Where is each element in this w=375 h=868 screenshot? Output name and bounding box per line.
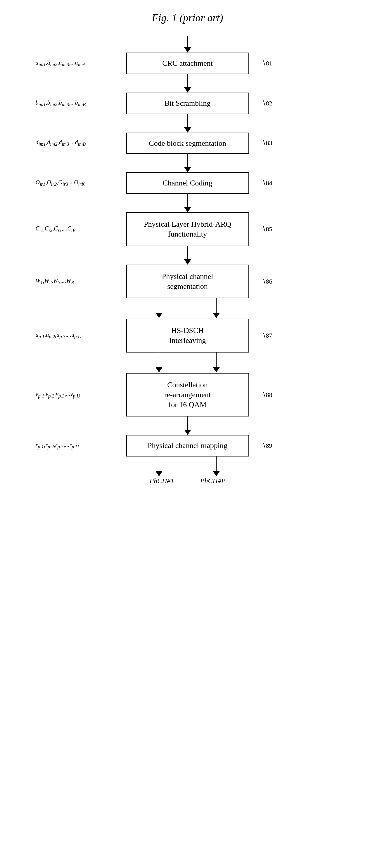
block-channel-coding: Channel Coding [126, 172, 249, 194]
ref-81: ∖81 [262, 60, 272, 67]
ref-87: ∖87 [262, 332, 272, 339]
block-87-wrapper: up.1,up.2,up.3,...up.U HS-DSCHInterleavi… [126, 319, 249, 352]
bottom-labels-row: PhCH#1 PhCH#P [126, 477, 249, 485]
ref-83: ∖83 [262, 139, 272, 147]
label-b83: dim1,dim2,dim3,...dimB [36, 139, 86, 147]
block-constellation-rearrangement: Constellationre-arrangementfor 16 QAM [126, 373, 249, 416]
double-arrow-87-88 [126, 352, 249, 373]
bottom-label-phch1: PhCH#1 [150, 477, 174, 485]
bottom-label-phchp: PhCH#P [200, 477, 226, 485]
arrow-81-82 [184, 74, 191, 93]
label-b89: rp.1,rp.2,rp.3,...rp.U [36, 442, 79, 450]
block-crc-attachment: CRC attachment [126, 53, 249, 74]
label-b88: vp.1,vp.2,vp.3,...vp.U [36, 391, 80, 399]
block-82-wrapper: bim1,bim2,bim3,...bimB Bit Scrambling ∖8… [126, 93, 249, 114]
block-83-wrapper: dim1,dim2,dim3,...dimB Code block segmen… [126, 133, 249, 154]
ref-85: ∖85 [262, 225, 272, 233]
diagram-container: aim1,aim2,aim3,...aimA CRC attachment ∖8… [56, 36, 319, 485]
block-physical-channel-segmentation: Physical channelsegmentation [126, 265, 249, 299]
ref-84: ∖84 [262, 179, 272, 187]
label-b85: Ci1,Ci2,Ci3,...CiE [36, 225, 76, 234]
figure-title: Fig. 1 (prior art) [152, 12, 223, 24]
arrow-88-89 [184, 416, 191, 435]
label-b81: aim1,aim2,aim3,...aimA [36, 59, 86, 67]
block-86-wrapper: W1,W2,W3,...WR Physical channelsegmentat… [126, 265, 249, 299]
block-85-wrapper: Ci1,Ci2,Ci3,...CiE Physical Layer Hybrid… [126, 212, 249, 246]
block-81-wrapper: aim1,aim2,aim3,...aimA CRC attachment ∖8… [126, 53, 249, 74]
block-physical-layer-harq: Physical Layer Hybrid-ARQfunctionality [126, 212, 249, 246]
block-bit-scrambling: Bit Scrambling [126, 93, 249, 114]
double-arrow-89-bottom [126, 457, 249, 477]
label-b84: Oir1,Oir2,Oir3,...OirK [36, 179, 85, 187]
block-88-wrapper: vp.1,vp.2,vp.3,...vp.U Constellationre-a… [126, 373, 249, 416]
arrow-84-85 [184, 194, 191, 212]
top-input-arrow [184, 36, 191, 53]
block-hs-dsch-interleaving: HS-DSCHInterleaving [126, 319, 249, 352]
ref-86: ∖86 [262, 278, 272, 285]
label-b86: W1,W2,W3,...WR [36, 277, 74, 286]
double-arrow-86-87 [126, 298, 249, 319]
block-code-block-segmentation: Code block segmentation [126, 133, 249, 154]
arrow-83-84 [184, 154, 191, 172]
block-84-wrapper: Oir1,Oir2,Oir3,...OirK Channel Coding ∖8… [126, 172, 249, 194]
block-89-wrapper: rp.1,rp.2,rp.3,...rp.U Physical channel … [126, 435, 249, 457]
ref-82: ∖82 [262, 100, 272, 107]
ref-88: ∖88 [262, 391, 272, 399]
label-b82: bim1,bim2,bim3,...bimB [36, 99, 86, 107]
arrow-82-83 [184, 114, 191, 133]
ref-89: ∖89 [262, 442, 272, 450]
arrow-85-86 [184, 246, 191, 265]
label-b87: up.1,up.2,up.3,...up.U [36, 332, 82, 340]
page-container: Fig. 1 (prior art) aim1,aim2,aim3,...aim… [0, 0, 375, 868]
block-physical-channel-mapping: Physical channel mapping [126, 435, 249, 457]
